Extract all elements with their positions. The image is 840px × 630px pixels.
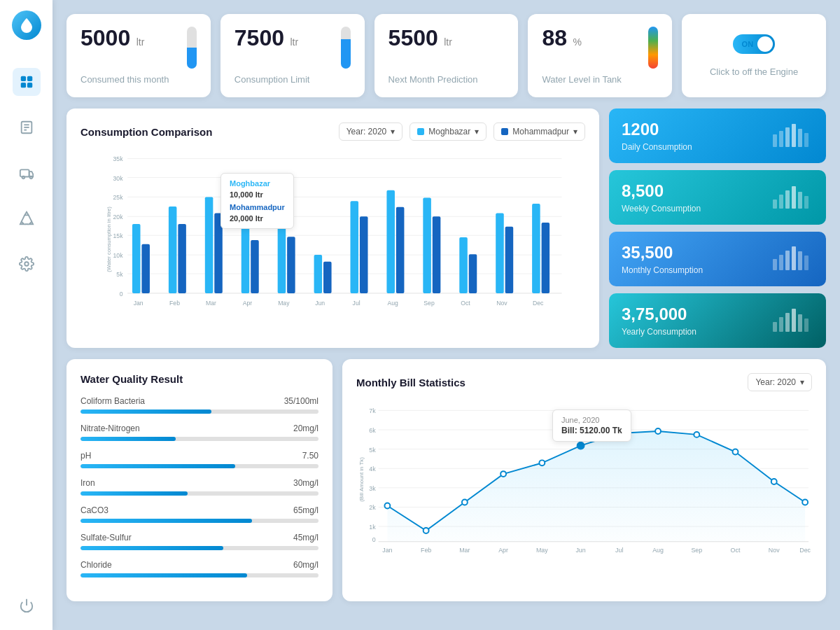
quality-row-header: Coliform Bacteria 35/100ml bbox=[80, 396, 318, 406]
svg-rect-68 bbox=[785, 127, 790, 147]
limit-unit: ltr bbox=[290, 36, 298, 48]
svg-rect-46 bbox=[423, 197, 431, 293]
sidebar-item-dashboard[interactable] bbox=[13, 68, 41, 96]
location2-dropdown[interactable]: Mohammadpur ▾ bbox=[493, 122, 585, 141]
monthly-value: 35,500 bbox=[622, 243, 703, 262]
sidebar-item-recycle[interactable] bbox=[13, 204, 41, 232]
svg-text:Sep: Sep bbox=[691, 547, 702, 554]
tooltip-value1: 10,000 ltr bbox=[230, 190, 285, 199]
svg-text:Jul: Jul bbox=[615, 547, 623, 554]
svg-rect-39 bbox=[287, 237, 295, 293]
quality-bar-fill bbox=[80, 410, 211, 414]
svg-text:3k: 3k bbox=[369, 485, 376, 492]
svg-text:Jul: Jul bbox=[353, 300, 360, 307]
stat-card-prediction: 5500 ltr Next Month Prediction bbox=[374, 14, 519, 97]
svg-text:10k: 10k bbox=[113, 252, 124, 259]
bill-tooltip-month: June, 2020 bbox=[561, 416, 622, 424]
svg-text:May: May bbox=[536, 547, 548, 554]
chart-title: Consumption Comparison bbox=[80, 126, 212, 138]
svg-rect-80 bbox=[785, 251, 790, 270]
year-dropdown[interactable]: Year: 2020 ▾ bbox=[339, 122, 403, 141]
location2-dot bbox=[501, 128, 508, 135]
sidebar-item-delivery[interactable] bbox=[13, 159, 41, 187]
svg-rect-66 bbox=[773, 134, 777, 147]
svg-point-114 bbox=[655, 428, 661, 434]
quality-bar-fill bbox=[80, 546, 223, 550]
consumed-label: Consumed this month bbox=[80, 74, 197, 85]
svg-text:Jan: Jan bbox=[134, 300, 144, 307]
svg-text:6k: 6k bbox=[369, 427, 376, 434]
bottom-section: Water Quality Result Coliform Bacteria 3… bbox=[66, 359, 826, 601]
svg-rect-37 bbox=[251, 240, 259, 293]
bill-title: Monthly Bill Statistics bbox=[356, 377, 465, 388]
quality-item-name: Sulfate-Sulfur bbox=[80, 533, 132, 542]
svg-text:1k: 1k bbox=[369, 524, 376, 531]
svg-point-107 bbox=[384, 503, 390, 509]
svg-text:25k: 25k bbox=[113, 194, 124, 201]
svg-rect-41 bbox=[323, 262, 332, 293]
engine-toggle-switch[interactable]: ON bbox=[733, 34, 775, 54]
svg-rect-83 bbox=[804, 255, 808, 270]
quality-bar-bg bbox=[80, 546, 318, 550]
middle-section: Consumption Comparison Year: 2020 ▾ Mogh… bbox=[66, 108, 826, 348]
yearly-consumption-card: 3,75,000 Yearly Consumption bbox=[609, 293, 826, 348]
svg-text:Sep: Sep bbox=[424, 300, 435, 307]
svg-rect-47 bbox=[433, 216, 441, 293]
engine-label: Click to off the Engine bbox=[710, 66, 798, 77]
quality-row-header: Iron 30mg/l bbox=[80, 478, 318, 488]
location1-dropdown[interactable]: Moghbazar ▾ bbox=[410, 122, 486, 141]
water-level-unit: % bbox=[573, 36, 581, 48]
sidebar-item-settings[interactable] bbox=[13, 250, 41, 278]
svg-text:Oct: Oct bbox=[731, 547, 741, 554]
svg-rect-87 bbox=[792, 309, 796, 332]
svg-rect-82 bbox=[798, 251, 802, 270]
location1-chevron-icon: ▾ bbox=[475, 127, 479, 136]
svg-rect-38 bbox=[278, 225, 286, 293]
svg-rect-70 bbox=[798, 129, 802, 147]
svg-text:Dec: Dec bbox=[533, 300, 544, 307]
location1-dot bbox=[417, 128, 424, 135]
monthly-label: Monthly Consumption bbox=[622, 265, 703, 275]
sidebar-item-reports[interactable] bbox=[13, 113, 41, 141]
svg-text:(Bill Amount in Tk): (Bill Amount in Tk) bbox=[358, 457, 365, 502]
svg-rect-31 bbox=[141, 244, 150, 293]
limit-value: 7500 bbox=[234, 25, 284, 50]
svg-rect-74 bbox=[785, 190, 790, 209]
bill-tooltip-amount: Bill: 5120.00 Tk bbox=[561, 426, 622, 435]
sidebar-item-power[interactable] bbox=[13, 592, 41, 620]
bill-year-label: Year: 2020 bbox=[755, 377, 796, 387]
thermometer-water bbox=[648, 27, 658, 69]
svg-point-11 bbox=[24, 262, 29, 266]
stat-cards-row: 5000 ltr Consumed this month 7500 ltr bbox=[66, 14, 826, 97]
chart-header: Consumption Comparison Year: 2020 ▾ Mogh… bbox=[80, 122, 585, 141]
quality-row-header: Sulfate-Sulfur 45mg/l bbox=[80, 533, 318, 542]
svg-rect-33 bbox=[178, 224, 186, 293]
svg-rect-45 bbox=[396, 207, 405, 293]
quality-bar-fill bbox=[80, 573, 247, 578]
engine-toggle-container: ON Click to off the Engine bbox=[696, 27, 812, 85]
chart-controls: Year: 2020 ▾ Moghbazar ▾ Mohammadpur ▾ bbox=[339, 122, 585, 141]
svg-rect-85 bbox=[779, 317, 783, 332]
svg-rect-49 bbox=[469, 254, 477, 293]
limit-label: Consumption Limit bbox=[234, 74, 351, 85]
bill-header: Monthly Bill Statistics Year: 2020 ▾ bbox=[356, 373, 812, 391]
svg-rect-40 bbox=[314, 255, 323, 293]
quality-item-value: 45mg/l bbox=[293, 533, 318, 542]
daily-value: 1200 bbox=[622, 120, 692, 139]
tooltip-value2: 20,000 ltr bbox=[230, 214, 285, 223]
quality-item-name: Coliform Bacteria bbox=[80, 396, 145, 406]
quality-item-value: 35/100ml bbox=[284, 396, 318, 406]
year-label: Year: 2020 bbox=[346, 127, 387, 136]
quality-title: Water Quality Result bbox=[80, 373, 318, 385]
bill-year-dropdown[interactable]: Year: 2020 ▾ bbox=[748, 373, 812, 391]
svg-point-117 bbox=[771, 479, 777, 484]
svg-text:5k: 5k bbox=[116, 271, 123, 278]
svg-rect-78 bbox=[773, 259, 777, 270]
location2-label: Mohammadpur bbox=[512, 127, 569, 136]
svg-rect-1 bbox=[27, 76, 31, 81]
water-level-label: Water Level in Tank bbox=[542, 74, 658, 85]
water-quality-card: Water Quality Result Coliform Bacteria 3… bbox=[66, 359, 332, 601]
chart-tooltip: Moghbazar 10,000 ltr Mohammadpur 20,000 … bbox=[220, 173, 294, 229]
main-content: 5000 ltr Consumed this month 7500 ltr bbox=[52, 0, 840, 630]
svg-text:Mar: Mar bbox=[206, 300, 216, 307]
